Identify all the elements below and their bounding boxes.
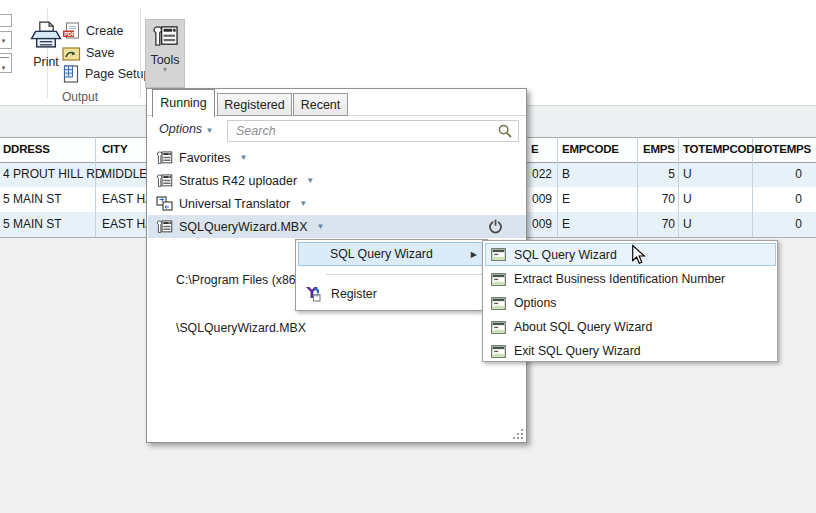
table-cell[interactable]: 5 MAIN ST bbox=[3, 212, 95, 237]
column-header[interactable]: DDRESS bbox=[3, 137, 95, 162]
context-menu: SQL Query Wizard ▶ Register bbox=[295, 239, 488, 311]
submenu-item-exit[interactable]: Exit SQL Query Wizard bbox=[485, 339, 776, 363]
app-window: ▾ ▾ Print Create Save Page Setup Output … bbox=[0, 0, 816, 513]
chevron-down-icon[interactable]: ▼ bbox=[299, 199, 307, 208]
chevron-down-icon: ▾ bbox=[146, 67, 184, 73]
table-column-totemps: TOTEMPS 0 0 0 bbox=[738, 137, 802, 237]
list-item-sqlquerywizard[interactable]: SQLQueryWizard.MBX ▼ bbox=[148, 215, 526, 238]
printer-icon bbox=[28, 20, 64, 51]
menu-separator bbox=[326, 274, 483, 275]
tab-running[interactable]: Running bbox=[152, 89, 215, 117]
dropdown-spinner[interactable]: ▾ bbox=[0, 31, 12, 49]
table-cell[interactable]: 70 bbox=[620, 187, 675, 212]
split-spinner[interactable]: ▾ bbox=[0, 53, 12, 73]
options-dropdown[interactable]: Options ▼ bbox=[159, 122, 214, 136]
table-cell[interactable]: 4 PROUT HILL RD bbox=[3, 162, 95, 187]
ribbon-separator bbox=[140, 8, 141, 98]
submenu-item-about[interactable]: About SQL Query Wizard bbox=[485, 315, 776, 339]
column-divider[interactable] bbox=[678, 137, 679, 237]
menu-item-sql-query-wizard[interactable]: SQL Query Wizard ▶ bbox=[298, 242, 486, 266]
list-item-universal-translator[interactable]: Universal Translator ▼ bbox=[148, 192, 526, 215]
create-button[interactable]: Create bbox=[62, 21, 124, 41]
submenu-item-options[interactable]: Options bbox=[485, 291, 776, 315]
form-icon bbox=[491, 345, 506, 358]
sql-query-wizard-submenu: SQL Query Wizard Extract Business Identi… bbox=[482, 240, 778, 362]
column-divider[interactable] bbox=[95, 137, 96, 237]
page-setup-button[interactable]: Page Setup bbox=[62, 64, 150, 84]
tab-registered[interactable]: Registered bbox=[217, 93, 292, 116]
tab-strip: Running Registered Recent bbox=[147, 89, 526, 116]
page-setup-icon bbox=[62, 65, 80, 83]
tools-icon bbox=[152, 24, 179, 49]
form-icon bbox=[491, 248, 506, 261]
list-item-favorites[interactable]: Favorites ▼ bbox=[148, 146, 526, 169]
translator-icon bbox=[156, 196, 173, 212]
menu-item-register[interactable]: Register bbox=[298, 280, 486, 307]
tool-icon bbox=[156, 219, 173, 235]
chevron-down-icon[interactable]: ▼ bbox=[306, 176, 314, 185]
table-cell[interactable]: 70 bbox=[620, 212, 675, 237]
table-cell[interactable]: 5 MAIN ST bbox=[3, 187, 95, 212]
tool-icon bbox=[156, 173, 173, 189]
form-icon bbox=[491, 273, 506, 286]
form-icon bbox=[491, 297, 506, 310]
column-header[interactable]: TOTEMPS bbox=[738, 137, 802, 162]
table-cell[interactable]: 0 bbox=[738, 162, 802, 187]
tool-icon bbox=[156, 150, 173, 166]
table-cell[interactable]: 0 bbox=[738, 212, 802, 237]
save-button[interactable]: Save bbox=[62, 43, 115, 63]
table-column-emps: EMPS 5 70 70 bbox=[620, 137, 675, 237]
chevron-down-icon: ▼ bbox=[206, 126, 214, 135]
chevron-down-icon[interactable]: ▼ bbox=[317, 222, 325, 231]
mouse-cursor bbox=[631, 244, 646, 265]
table-cell[interactable]: 5 bbox=[620, 162, 675, 187]
resize-grip[interactable] bbox=[513, 429, 523, 439]
submenu-item-extract-bin[interactable]: Extract Business Identification Number bbox=[485, 267, 776, 291]
tab-recent[interactable]: Recent bbox=[293, 93, 348, 116]
search-input[interactable] bbox=[228, 121, 498, 141]
form-icon bbox=[491, 321, 506, 334]
table-column-address: DDRESS 4 PROUT HILL RD 5 MAIN ST 5 MAIN … bbox=[3, 137, 95, 237]
selected-tool-path: C:\Program Files (x86)\ \SQLQueryWizard.… bbox=[176, 240, 306, 368]
column-divider[interactable] bbox=[557, 137, 558, 237]
list-item-stratus-uploader[interactable]: Stratus R42 uploader ▼ bbox=[148, 169, 526, 192]
save-icon bbox=[62, 45, 81, 62]
table-cell[interactable]: 0 bbox=[738, 187, 802, 212]
submenu-arrow-icon: ▶ bbox=[471, 250, 477, 259]
tools-button[interactable]: Tools ▾ bbox=[145, 19, 185, 88]
power-running-icon[interactable] bbox=[487, 218, 504, 235]
spinner-control[interactable] bbox=[0, 14, 12, 27]
output-group-label: Output bbox=[10, 90, 150, 104]
column-header[interactable]: EMPS bbox=[620, 137, 675, 162]
register-icon bbox=[304, 286, 321, 302]
pdf-create-icon bbox=[62, 22, 81, 40]
search-box bbox=[227, 120, 519, 142]
search-icon[interactable] bbox=[498, 124, 513, 139]
chevron-down-icon[interactable]: ▼ bbox=[239, 153, 247, 162]
